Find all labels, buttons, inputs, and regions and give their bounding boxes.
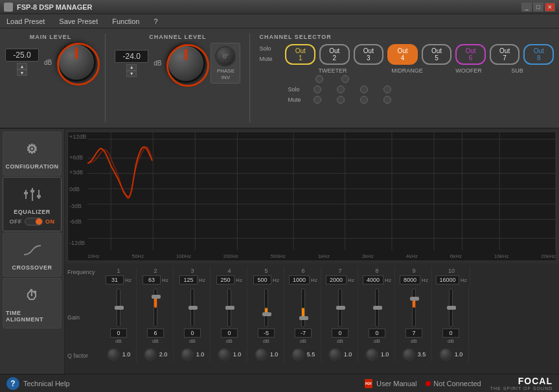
channel-btn-out2[interactable]: Out 2 xyxy=(319,44,350,65)
qf-knob-1[interactable] xyxy=(107,348,120,361)
gain-val-8[interactable] xyxy=(369,329,385,338)
fader-handle-3[interactable] xyxy=(188,306,198,310)
freq-input-5[interactable] xyxy=(253,275,271,284)
solo-ind-2[interactable] xyxy=(341,75,349,83)
sidebar-btn-crossover[interactable]: CROSSOVER xyxy=(3,233,62,277)
mute-ind-out6[interactable] xyxy=(337,96,345,104)
qf-knob-7[interactable] xyxy=(328,348,341,361)
freq-input-8[interactable] xyxy=(363,275,383,284)
phase-knob[interactable]: 0° xyxy=(215,46,236,67)
gain-val-2[interactable] xyxy=(147,329,164,338)
channel-btn-out3[interactable]: Out 3 xyxy=(354,44,384,65)
gain-val-9[interactable] xyxy=(405,329,422,338)
fader-handle-6[interactable] xyxy=(299,316,308,320)
freq-input-10[interactable] xyxy=(436,275,459,284)
fader-track-2[interactable] xyxy=(154,288,157,327)
freq-input-3[interactable] xyxy=(179,275,198,284)
freq-input-6[interactable] xyxy=(289,275,310,284)
qf-knob-10[interactable] xyxy=(439,348,452,361)
gain-val-1[interactable] xyxy=(110,329,127,338)
gain-val-6[interactable] xyxy=(295,329,312,338)
fader-track-8[interactable] xyxy=(375,288,379,327)
solo-ind-out8[interactable] xyxy=(383,86,391,93)
solo-ind-out6[interactable] xyxy=(337,86,345,93)
main-level-down[interactable]: ▼ xyxy=(17,69,27,76)
mute-ind-out7[interactable] xyxy=(360,96,368,104)
user-manual[interactable]: PDF User Manual xyxy=(363,378,416,389)
band-num-1: 1 xyxy=(117,268,120,274)
fader-3 xyxy=(190,288,194,327)
qf-knob-5[interactable] xyxy=(255,348,268,361)
qf-knob-8[interactable] xyxy=(365,348,378,361)
fader-track-7[interactable] xyxy=(338,288,342,327)
channel-btn-out7[interactable]: Out 7 xyxy=(490,44,520,65)
menu-help[interactable]: ? xyxy=(151,16,160,27)
technical-help-label[interactable]: Technical Help xyxy=(23,380,70,387)
gain-val-7[interactable] xyxy=(332,329,348,338)
qf-3: 1.0 xyxy=(181,348,205,361)
fader-handle-10[interactable] xyxy=(447,306,456,310)
fader-track-4[interactable] xyxy=(227,288,231,327)
qf-knob-6[interactable] xyxy=(291,348,304,361)
fader-track-1[interactable] xyxy=(117,288,120,327)
channel-btn-out8[interactable]: Out 8 xyxy=(523,44,554,65)
eq-toggle[interactable]: OFF ON xyxy=(10,218,55,225)
menu-load-preset[interactable]: Load Preset xyxy=(4,16,47,27)
channel-btn-out1[interactable]: Out 1 xyxy=(285,44,315,65)
fader-handle-8[interactable] xyxy=(373,306,382,310)
channel-level-down[interactable]: ▼ xyxy=(126,71,137,77)
fader-track-9[interactable] xyxy=(412,288,416,327)
qf-knob-9[interactable] xyxy=(402,348,415,361)
solo-ind-out5[interactable] xyxy=(314,86,321,93)
gain-val-5[interactable] xyxy=(258,329,275,338)
channel-btn-out6[interactable]: Out 6 xyxy=(455,44,486,65)
fader-track-10[interactable] xyxy=(449,288,453,327)
main-level-db-display[interactable]: -25.0 xyxy=(5,49,39,62)
gain-fader-col-7: dB xyxy=(323,287,358,345)
gain-val-4[interactable] xyxy=(221,329,238,338)
freq-input-4[interactable] xyxy=(216,275,234,284)
qf-knob-2[interactable] xyxy=(144,348,157,361)
freq-input-7[interactable] xyxy=(326,275,347,284)
fader-handle-9[interactable] xyxy=(410,297,419,301)
main-level-knob[interactable] xyxy=(57,43,96,82)
fader-track-3[interactable] xyxy=(190,288,194,327)
freq-input-1[interactable] xyxy=(106,275,124,284)
sidebar-btn-equalizer[interactable]: EQUALIZER OFF ON xyxy=(3,177,62,231)
solo-ind-1[interactable] xyxy=(315,75,323,83)
help-icon[interactable]: ? xyxy=(6,377,19,390)
mute-ind-out5[interactable] xyxy=(314,96,321,104)
channel-btn-out4[interactable]: Out 4 xyxy=(387,44,418,65)
qf-knob-4[interactable] xyxy=(218,348,231,361)
fader-handle-1[interactable] xyxy=(115,306,124,310)
menu-function[interactable]: Function xyxy=(109,16,142,27)
fader-track-6[interactable] xyxy=(301,288,305,327)
channel-level-knob[interactable] xyxy=(166,44,205,83)
channel-level-up[interactable]: ▲ xyxy=(126,64,137,71)
fader-handle-2[interactable] xyxy=(152,295,161,299)
channel-level-db-display[interactable]: -24.0 xyxy=(115,50,148,63)
channel-btn-out5[interactable]: Out 5 xyxy=(422,44,452,65)
sidebar-btn-configuration[interactable]: ⚙ CONFIGURATION xyxy=(3,132,62,176)
gain-val-10[interactable] xyxy=(442,329,459,338)
solo-ind-out7[interactable] xyxy=(360,86,368,93)
freq-input-9[interactable] xyxy=(400,275,420,284)
fader-handle-7[interactable] xyxy=(336,306,345,310)
fader-handle-5[interactable] xyxy=(262,312,271,316)
phase-pct: 0° xyxy=(223,53,229,60)
menu-save-preset[interactable]: Save Preset xyxy=(56,16,100,27)
sidebar-btn-time-alignment[interactable]: ⏱ TIME ALIGNMENT xyxy=(3,278,62,329)
qf-knob-3[interactable] xyxy=(181,348,194,361)
mute-ind-out8[interactable] xyxy=(383,96,391,104)
fader-track-5[interactable] xyxy=(264,288,268,327)
gain-val-3[interactable] xyxy=(184,329,201,338)
close-button[interactable]: ✕ xyxy=(545,3,555,12)
gain-unit-6: dB xyxy=(300,338,306,344)
fader-6 xyxy=(301,288,305,327)
fader-handle-4[interactable] xyxy=(225,306,234,310)
minimize-button[interactable]: _ xyxy=(521,3,532,12)
maximize-button[interactable]: □ xyxy=(533,3,543,12)
main-level-up[interactable]: ▲ xyxy=(17,63,27,69)
eq-toggle-track[interactable] xyxy=(25,218,43,225)
freq-input-2[interactable] xyxy=(143,275,161,284)
